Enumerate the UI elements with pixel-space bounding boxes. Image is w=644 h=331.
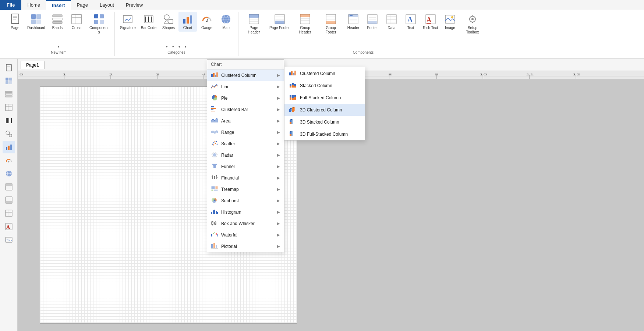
btn-cross[interactable]: Cross	[67, 12, 86, 32]
svg-rect-17	[100, 20, 104, 24]
btn-signature-label: Signature	[120, 26, 136, 30]
btn-map-label: Map	[222, 26, 229, 30]
categories-group-label: Categories	[167, 49, 185, 56]
svg-rect-5	[36, 14, 41, 19]
rich-text-icon: A	[425, 13, 436, 25]
page-header-icon	[248, 13, 260, 25]
btn-dashboard[interactable]: Dashboard	[25, 12, 47, 32]
btn-data[interactable]: Data	[382, 12, 401, 32]
btn-chart[interactable]: Chart	[178, 12, 197, 32]
btn-signature[interactable]: Signature	[118, 12, 138, 32]
btn-barcode[interactable]: Bar Code	[139, 12, 159, 32]
new-item-buttons: Page Dashboard Bands	[6, 12, 112, 44]
categories-expand: ▾ ▾ ▾ ▾	[166, 44, 187, 49]
btn-shapes[interactable]: Shapes	[159, 12, 178, 32]
text-icon: A	[405, 13, 417, 25]
tab-insert[interactable]: Insert	[46, 0, 71, 10]
group-header-icon	[299, 13, 311, 25]
svg-rect-28	[183, 19, 185, 24]
btn-components-label: Components	[89, 26, 109, 35]
svg-rect-10	[53, 21, 62, 24]
svg-rect-7	[36, 19, 41, 24]
tab-preview[interactable]: Preview	[120, 0, 149, 10]
btn-group-footer[interactable]: Group Footer	[318, 12, 343, 36]
svg-rect-55	[348, 14, 358, 17]
btn-header[interactable]: Header	[344, 12, 362, 32]
btn-barcode-label: Bar Code	[141, 26, 156, 30]
svg-rect-51	[326, 21, 336, 24]
svg-rect-23	[150, 17, 150, 22]
btn-gauge[interactable]: Gauge	[198, 12, 216, 32]
btn-chart-label: Chart	[183, 26, 192, 30]
page-footer-icon	[274, 13, 286, 25]
svg-rect-20	[145, 17, 146, 22]
svg-text:A: A	[427, 16, 431, 24]
btn-header-label: Header	[347, 26, 360, 30]
svg-rect-63	[387, 14, 396, 24]
svg-line-32	[207, 18, 208, 21]
ribbon-tab-bar: File Home Insert Page Layout Preview	[0, 0, 644, 10]
svg-rect-16	[94, 20, 98, 24]
btn-page[interactable]: Page	[6, 12, 24, 32]
svg-rect-29	[187, 17, 189, 24]
btn-cross-label: Cross	[72, 26, 81, 30]
bands-icon	[52, 13, 63, 25]
svg-rect-18	[123, 15, 132, 23]
gauge-icon	[201, 13, 213, 25]
btn-image-label: Image	[445, 26, 455, 30]
btn-image[interactable]: Image	[441, 12, 459, 32]
components-group-label: Components	[353, 49, 374, 56]
btn-setup-toolbox[interactable]: Setup Toolbox	[460, 12, 485, 36]
btn-rich-text-label: Rich Text	[423, 26, 438, 30]
btn-group-header-label: Group Header	[295, 26, 315, 35]
ribbon: File Home Insert Page Layout Preview Pag…	[0, 0, 644, 58]
btn-dashboard-label: Dashboard	[27, 26, 45, 30]
barcode-icon	[143, 13, 155, 25]
ribbon-group-components: Page Header Page Footer Group Header	[238, 12, 488, 56]
svg-rect-4	[31, 14, 36, 19]
categories-buttons: Signature Bar Code Shapes	[118, 12, 235, 44]
dashboard-icon	[30, 13, 42, 25]
svg-rect-26	[169, 19, 173, 24]
btn-shapes-label: Shapes	[162, 26, 175, 30]
btn-page-footer[interactable]: Page Footer	[267, 12, 292, 32]
tab-file[interactable]: File	[0, 0, 21, 10]
svg-rect-24	[151, 17, 152, 22]
svg-rect-11	[72, 14, 81, 24]
ribbon-group-new-item: Page Dashboard Bands	[3, 12, 115, 56]
btn-page-header[interactable]: Page Header	[241, 12, 266, 36]
components-icon	[93, 13, 105, 25]
svg-rect-8	[53, 15, 62, 17]
signature-icon	[122, 13, 134, 25]
svg-rect-43	[275, 21, 284, 24]
btn-components[interactable]: Components	[86, 12, 112, 36]
btn-bands-label: Bands	[52, 26, 63, 30]
new-item-group-label: New Item	[51, 49, 66, 56]
tab-page[interactable]: Page	[71, 0, 94, 10]
btn-group-header[interactable]: Group Header	[293, 12, 318, 36]
btn-footer[interactable]: Footer	[363, 12, 382, 32]
svg-rect-14	[94, 14, 98, 18]
btn-setup-toolbox-label: Setup Toolbox	[462, 26, 483, 35]
btn-page-label: Page	[11, 26, 19, 30]
btn-bands[interactable]: Bands	[48, 12, 67, 32]
svg-rect-22	[148, 17, 149, 22]
svg-rect-9	[53, 18, 62, 20]
btn-rich-text[interactable]: A Rich Text	[421, 12, 440, 32]
tab-home[interactable]: Home	[21, 0, 46, 10]
map-icon	[220, 13, 232, 25]
svg-rect-60	[368, 21, 377, 24]
btn-gauge-label: Gauge	[201, 26, 212, 30]
btn-text[interactable]: A Text	[401, 12, 420, 32]
btn-footer-label: Footer	[367, 26, 378, 30]
image-icon	[444, 13, 456, 25]
group-footer-icon	[325, 13, 337, 25]
tab-layout[interactable]: Layout	[94, 0, 120, 10]
svg-rect-39	[249, 14, 259, 18]
ribbon-content: Page Dashboard Bands	[0, 10, 644, 58]
btn-map[interactable]: Map	[217, 12, 235, 32]
chart-icon	[182, 13, 194, 25]
svg-rect-47	[300, 14, 310, 17]
svg-rect-6	[31, 19, 36, 24]
svg-rect-21	[147, 17, 147, 22]
